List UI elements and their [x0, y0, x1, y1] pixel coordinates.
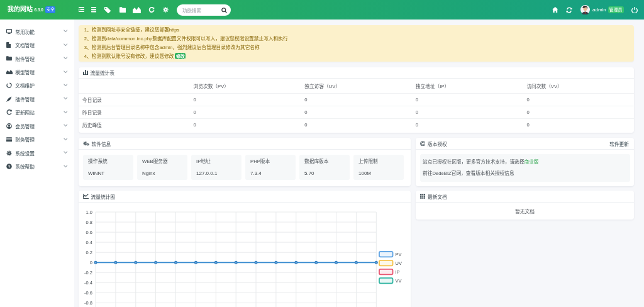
- svg-text:0.8: 0.8: [86, 220, 92, 225]
- svg-text:0: 0: [90, 260, 92, 265]
- svg-text:1.0: 1.0: [86, 209, 92, 215]
- svg-text:VV: VV: [396, 278, 402, 284]
- svg-text:-0.4: -0.4: [84, 280, 92, 286]
- svg-text:?: ?: [8, 164, 10, 169]
- svg-text:IP: IP: [396, 269, 400, 275]
- svg-text:-0.2: -0.2: [84, 270, 92, 276]
- svg-text:PV: PV: [396, 252, 402, 257]
- svg-text:-0.6: -0.6: [84, 290, 92, 296]
- svg-text:0.4: 0.4: [86, 240, 92, 245]
- svg-text:0.2: 0.2: [86, 250, 92, 255]
- svg-text:-0.8: -0.8: [84, 300, 92, 306]
- svg-text:UV: UV: [396, 260, 402, 266]
- svg-text:0.6: 0.6: [86, 230, 92, 235]
